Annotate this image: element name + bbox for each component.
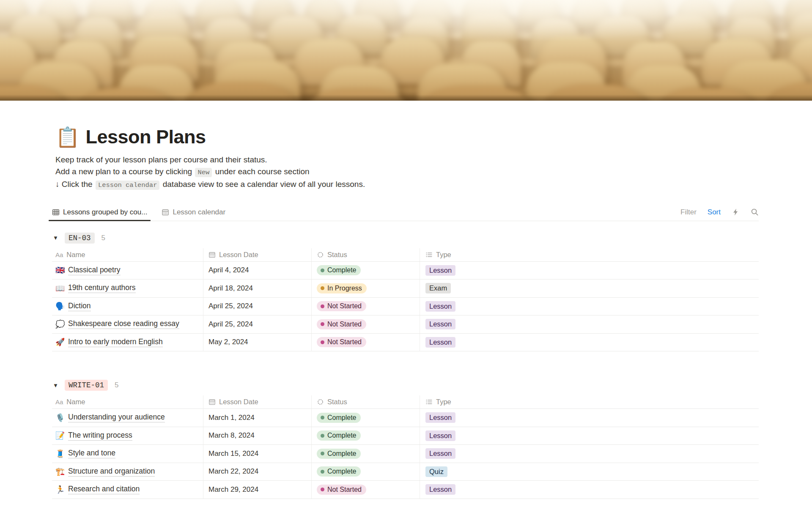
status-label: Not Started <box>327 302 362 310</box>
type-cell[interactable]: Lesson <box>420 445 759 463</box>
lesson-date-cell[interactable]: May 2, 2024 <box>203 334 312 351</box>
type-cell[interactable]: Quiz <box>420 463 759 481</box>
column-header-name[interactable]: AaName <box>52 248 203 261</box>
table-row[interactable]: 🧵 Style and tone March 15, 2024 Complete… <box>52 445 759 463</box>
type-cell[interactable]: Lesson <box>420 315 759 333</box>
lesson-name-link[interactable]: Understanding your audience <box>68 413 165 422</box>
table-row[interactable]: 📝 The writing process March 8, 2024 Comp… <box>52 427 759 445</box>
status-spinner-icon <box>317 251 324 258</box>
lightning-icon[interactable] <box>732 208 740 216</box>
status-pill[interactable]: Not Started <box>317 337 366 347</box>
type-pill[interactable]: Lesson <box>425 412 455 423</box>
description-line-3-tail: database view to see a calendar view of … <box>160 180 365 189</box>
status-cell[interactable]: Complete <box>312 463 420 481</box>
column-header-lesson-date[interactable]: Lesson Date <box>203 248 312 261</box>
calendar-icon <box>208 398 216 406</box>
type-pill[interactable]: Lesson <box>425 448 455 459</box>
status-cell[interactable]: Complete <box>312 409 420 427</box>
group-count: 5 <box>115 381 118 389</box>
filter-button[interactable]: Filter <box>680 208 697 217</box>
tab-lessons-grouped-by-course[interactable]: Lessons grouped by cou... <box>52 208 147 221</box>
type-cell[interactable]: Lesson <box>420 334 759 351</box>
lesson-name-link[interactable]: Shakespeare close reading essay <box>68 319 179 329</box>
type-pill[interactable]: Exam <box>425 283 451 293</box>
status-pill[interactable]: Not Started <box>317 485 366 495</box>
lesson-name-link[interactable]: Research and citation <box>68 485 140 494</box>
column-header-lesson-date[interactable]: Lesson Date <box>203 395 312 408</box>
lesson-date-cell[interactable]: April 25, 2024 <box>203 298 312 315</box>
status-cell[interactable]: Complete <box>312 445 420 463</box>
course-badge[interactable]: WRITE-01 <box>65 380 108 391</box>
type-cell[interactable]: Lesson <box>420 298 759 315</box>
type-pill[interactable]: Lesson <box>425 301 455 312</box>
status-cell[interactable]: Complete <box>312 427 420 445</box>
status-cell[interactable]: Complete <box>312 262 420 280</box>
type-pill[interactable]: Quiz <box>425 466 447 477</box>
type-cell[interactable]: Lesson <box>420 409 759 427</box>
table-row[interactable]: 📖 19th century authors April 18, 2024 In… <box>52 280 759 298</box>
table-row[interactable]: 💭 Shakespeare close reading essay April … <box>52 315 759 334</box>
table-row[interactable]: 🎙️ Understanding your audience March 1, … <box>52 409 759 427</box>
status-cell[interactable]: In Progress <box>312 280 420 297</box>
lesson-name-link[interactable]: The writing process <box>68 431 132 441</box>
type-pill[interactable]: Lesson <box>425 319 455 329</box>
lesson-name-link[interactable]: Intro to early modern English <box>68 337 163 347</box>
lesson-date-cell[interactable]: April 4, 2024 <box>203 262 312 280</box>
page-icon[interactable]: 📋 <box>55 127 80 147</box>
status-pill[interactable]: Complete <box>317 430 361 441</box>
lesson-name-link[interactable]: Diction <box>68 301 91 311</box>
column-header-status[interactable]: Status <box>312 248 420 261</box>
column-header-name[interactable]: AaName <box>52 395 203 408</box>
column-header-status[interactable]: Status <box>312 395 420 408</box>
lesson-date-cell[interactable]: April 25, 2024 <box>203 315 312 333</box>
lesson-date: March 15, 2024 <box>208 449 258 458</box>
type-pill[interactable]: Lesson <box>425 265 455 276</box>
table-row[interactable]: 🏗️ Structure and organization March 22, … <box>52 463 759 481</box>
lesson-date-cell[interactable]: March 29, 2024 <box>203 481 312 499</box>
group-toggle-icon[interactable]: ▼ <box>52 382 65 389</box>
status-pill[interactable]: Complete <box>317 265 361 275</box>
lesson-name-link[interactable]: Style and tone <box>68 449 115 458</box>
status-pill[interactable]: Not Started <box>317 301 366 311</box>
status-cell[interactable]: Not Started <box>312 334 420 351</box>
type-pill[interactable]: Lesson <box>425 484 455 495</box>
list-icon <box>425 251 433 258</box>
status-pill[interactable]: In Progress <box>317 283 367 293</box>
status-cell[interactable]: Not Started <box>312 315 420 333</box>
type-cell[interactable]: Exam <box>420 280 759 297</box>
course-groups: ▼ EN-03 5 AaNameLesson DateStatusType 🇬🇧… <box>52 231 759 499</box>
type-cell[interactable]: Lesson <box>420 262 759 280</box>
course-badge[interactable]: EN-03 <box>65 233 95 244</box>
lesson-date-cell[interactable]: April 18, 2024 <box>203 280 312 297</box>
tab-label: Lessons grouped by cou... <box>63 208 147 217</box>
tab-lesson-calendar[interactable]: Lesson calendar <box>162 208 225 221</box>
lecture-hall-seats <box>0 0 812 101</box>
lesson-name-link[interactable]: 19th century authors <box>68 283 136 293</box>
lesson-date-cell[interactable]: March 22, 2024 <box>203 463 312 481</box>
column-header-type[interactable]: Type <box>420 248 759 261</box>
type-pill[interactable]: Lesson <box>425 430 455 441</box>
table-row[interactable]: 🚀 Intro to early modern English May 2, 2… <box>52 334 759 352</box>
type-cell[interactable]: Lesson <box>420 427 759 445</box>
status-pill[interactable]: Complete <box>317 413 361 423</box>
lesson-date-cell[interactable]: March 8, 2024 <box>203 427 312 445</box>
table-row[interactable]: 🇬🇧 Classical poetry April 4, 2024 Comple… <box>52 262 759 280</box>
description-line-3-text: ↓ Click the <box>55 180 95 189</box>
table-row[interactable]: 🏃 Research and citation March 29, 2024 N… <box>52 481 759 499</box>
status-pill[interactable]: Not Started <box>317 319 366 329</box>
lesson-date-cell[interactable]: March 15, 2024 <box>203 445 312 463</box>
type-pill[interactable]: Lesson <box>425 337 455 348</box>
status-pill[interactable]: Complete <box>317 466 361 477</box>
status-cell[interactable]: Not Started <box>312 481 420 499</box>
lesson-date-cell[interactable]: March 1, 2024 <box>203 409 312 427</box>
search-icon[interactable] <box>751 208 759 216</box>
lesson-name-link[interactable]: Structure and organization <box>68 467 155 477</box>
status-pill[interactable]: Complete <box>317 449 361 459</box>
sort-button[interactable]: Sort <box>708 208 721 217</box>
type-cell[interactable]: Lesson <box>420 481 759 499</box>
column-header-type[interactable]: Type <box>420 395 759 408</box>
status-cell[interactable]: Not Started <box>312 298 420 315</box>
group-toggle-icon[interactable]: ▼ <box>52 235 65 241</box>
lesson-name-link[interactable]: Classical poetry <box>68 266 121 275</box>
table-row[interactable]: 🗣️ Diction April 25, 2024 Not Started Le… <box>52 298 759 316</box>
